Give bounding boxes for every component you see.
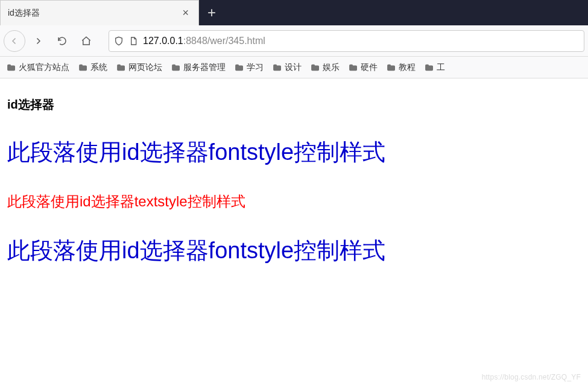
folder-icon: [348, 63, 358, 72]
forward-button[interactable]: [27, 30, 49, 52]
bookmark-folder[interactable]: 服务器管理: [171, 62, 226, 73]
arrow-left-icon: [9, 36, 20, 46]
folder-icon: [424, 63, 434, 72]
bookmark-folder[interactable]: 娱乐: [310, 62, 340, 73]
home-icon: [81, 36, 92, 46]
paragraph-fontstyle: 此段落使用id选择器fontstyle控制样式: [7, 235, 581, 266]
arrow-right-icon: [33, 36, 43, 46]
address-bar[interactable]: 127.0.0.1:8848/wer/345.html: [109, 30, 584, 52]
page-icon[interactable]: [128, 36, 138, 46]
bookmark-folder[interactable]: 硬件: [348, 62, 378, 73]
watermark-text: https://blog.csdn.net/ZGQ_YF: [482, 373, 581, 381]
reload-icon: [57, 36, 68, 46]
bookmark-folder[interactable]: 工: [424, 62, 445, 73]
folder-icon: [171, 63, 180, 72]
bookmark-label: 教程: [399, 62, 416, 73]
folder-icon: [6, 63, 16, 72]
bookmark-bar: 火狐官方站点系统网页论坛服务器管理学习设计娱乐硬件教程工: [0, 57, 588, 78]
url-host: 127.0.0.1: [143, 36, 183, 46]
bookmark-label: 工: [437, 62, 445, 73]
browser-tab[interactable]: id选择器 ×: [0, 0, 199, 25]
bookmark-label: 服务器管理: [183, 62, 226, 73]
shield-icon[interactable]: [114, 36, 124, 46]
reload-button[interactable]: [51, 30, 74, 52]
folder-icon: [272, 63, 282, 72]
bookmark-folder[interactable]: 设计: [272, 62, 302, 73]
plus-icon: +: [207, 4, 216, 21]
bookmark-folder[interactable]: 系统: [78, 62, 107, 73]
bookmark-label: 娱乐: [323, 62, 340, 73]
bookmark-folder[interactable]: 网页论坛: [116, 62, 162, 73]
folder-icon: [78, 63, 87, 72]
folder-icon: [310, 63, 320, 72]
back-button[interactable]: [4, 30, 25, 52]
folder-icon: [234, 63, 244, 72]
paragraph-textstyle: 此段落使用id选择器textstyle控制样式: [7, 192, 581, 211]
folder-icon: [386, 63, 396, 72]
tab-title: id选择器: [8, 8, 180, 19]
paragraph-fontstyle: 此段落使用id选择器fontstyle控制样式: [7, 137, 581, 168]
nav-toolbar: 127.0.0.1:8848/wer/345.html: [0, 25, 588, 57]
bookmark-label: 硬件: [361, 62, 378, 73]
folder-icon: [116, 63, 125, 72]
new-tab-button[interactable]: +: [199, 0, 224, 25]
bookmark-folder[interactable]: 学习: [234, 62, 264, 73]
bookmark-label: 系统: [90, 62, 107, 73]
page-heading: id选择器: [7, 97, 581, 113]
bookmark-label: 网页论坛: [128, 62, 162, 73]
page-viewport: id选择器 此段落使用id选择器fontstyle控制样式 此段落使用id选择器…: [0, 78, 588, 298]
bookmark-label: 火狐官方站点: [19, 62, 69, 73]
tab-strip: id选择器 × +: [0, 0, 588, 25]
bookmark-folder[interactable]: 火狐官方站点: [6, 62, 69, 73]
close-icon[interactable]: ×: [180, 7, 191, 19]
bookmark-folder[interactable]: 教程: [386, 62, 416, 73]
url-path: :8848/wer/345.html: [183, 36, 265, 46]
bookmark-label: 设计: [285, 62, 302, 73]
bookmark-label: 学习: [247, 62, 264, 73]
home-button[interactable]: [75, 30, 98, 52]
url-text: 127.0.0.1:8848/wer/345.html: [143, 36, 265, 46]
